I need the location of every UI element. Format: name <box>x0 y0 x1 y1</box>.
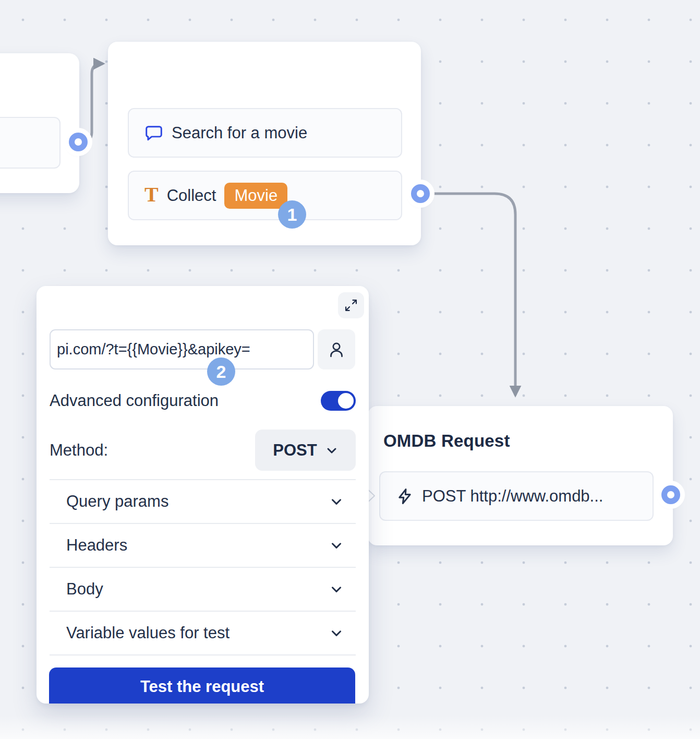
section-variable-values[interactable]: Variable values for test <box>50 612 356 655</box>
step-badge-1: 1 <box>278 200 306 229</box>
previous-node-item[interactable] <box>0 117 61 169</box>
request-url-input[interactable] <box>50 329 314 370</box>
section-query-params[interactable]: Query params <box>50 479 356 524</box>
node-item-label: Search for a movie <box>172 124 307 142</box>
node-title: OMDB Request <box>383 431 510 451</box>
method-label: Method: <box>50 441 108 460</box>
omdb-output-port[interactable] <box>661 485 680 504</box>
node-item-omdb-post[interactable]: POST http://www.omdb... <box>379 471 654 521</box>
section-label: Variable values for test <box>66 624 230 642</box>
person-icon <box>325 338 348 361</box>
section-headers[interactable]: Headers <box>50 524 356 568</box>
previous-node-card[interactable] <box>0 53 79 193</box>
flow-canvas: Movie search Search for a movie T Collec… <box>0 0 700 739</box>
method-value: POST <box>273 441 317 460</box>
expand-icon <box>341 294 361 317</box>
section-label: Query params <box>66 492 168 511</box>
collapsible-sections: Query params Headers Body Variable value… <box>50 479 356 655</box>
section-label: Body <box>66 580 103 599</box>
method-select[interactable]: POST <box>255 430 356 471</box>
omdb-request-node[interactable]: OMDB Request POST http://www.omdb... <box>368 406 673 545</box>
node-item-label: POST http://www.omdb... <box>422 487 603 506</box>
method-row: Method: POST <box>50 430 356 471</box>
advanced-configuration-toggle[interactable] <box>321 391 356 411</box>
movie-search-output-port[interactable] <box>411 184 430 203</box>
node-item-collect-movie[interactable]: T Collect Movie <box>128 171 402 220</box>
advanced-configuration-label: Advanced configuration <box>50 391 219 410</box>
connector-prev-to-movie-search <box>79 64 102 142</box>
section-body[interactable]: Body <box>50 568 356 612</box>
chevron-down-icon <box>330 495 343 508</box>
connector-movie-search-to-omdb <box>421 194 515 395</box>
lightning-icon <box>396 487 414 505</box>
chevron-down-icon <box>330 582 343 596</box>
node-item-label: Collect <box>167 186 216 205</box>
node-item-search-for-movie[interactable]: Search for a movie <box>128 108 402 158</box>
step-badge-2: 2 <box>207 357 235 386</box>
chevron-down-icon <box>330 539 343 552</box>
chat-bubble-icon <box>144 124 163 142</box>
chevron-down-icon <box>330 626 343 640</box>
request-config-panel: Advanced configuration Method: POST Quer… <box>37 286 369 704</box>
section-label: Headers <box>66 536 127 555</box>
previous-node-output-port[interactable] <box>69 133 88 151</box>
toggle-knob <box>338 393 354 409</box>
chevron-down-icon <box>325 444 338 457</box>
variable-chip-movie: Movie <box>224 183 287 209</box>
movie-search-node[interactable]: Movie search Search for a movie T Collec… <box>108 42 421 245</box>
insert-variable-button[interactable] <box>318 329 355 370</box>
text-collect-icon: T <box>144 184 159 205</box>
expand-panel-button[interactable] <box>338 292 364 318</box>
advanced-configuration-row: Advanced configuration <box>50 390 356 411</box>
test-request-button[interactable]: Test the request <box>49 668 355 704</box>
